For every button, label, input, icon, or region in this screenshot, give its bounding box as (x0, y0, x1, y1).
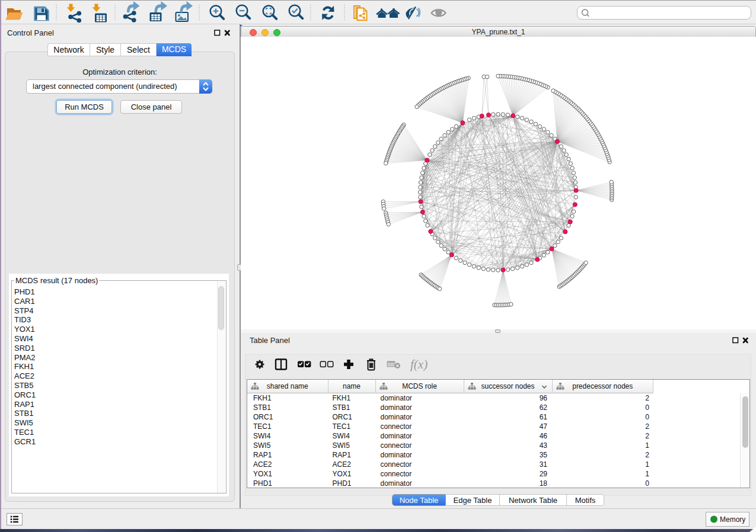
svg-text:f(x): f(x) (410, 357, 428, 371)
svg-text:Memory: Memory (720, 515, 745, 524)
